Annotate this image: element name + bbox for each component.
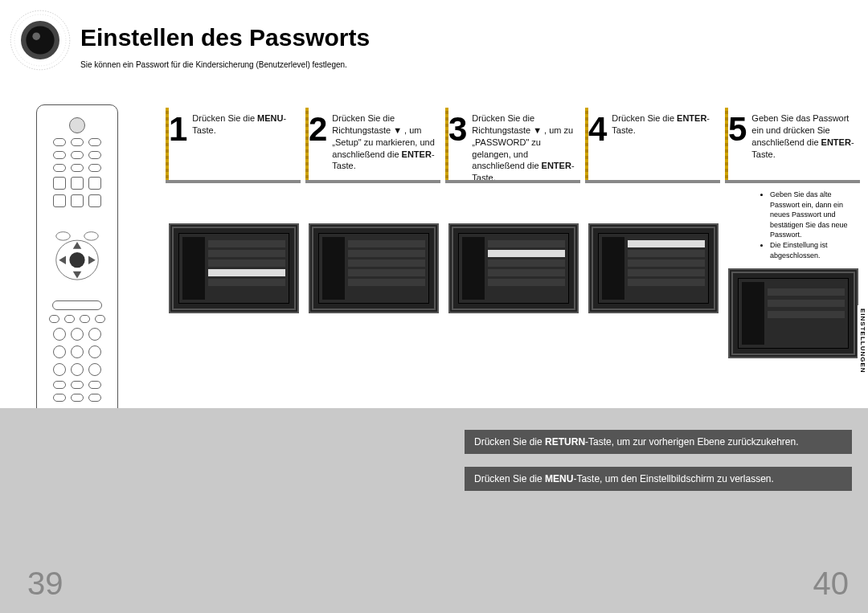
page-subtitle: Sie können ein Passwort für die Kindersi… [80, 60, 347, 69]
screenshot-thumb [169, 223, 299, 313]
step-notes: Geben Sie das alte Passwort ein, dann ei… [728, 190, 860, 260]
tip-menu: Drücken Sie die MENU-Taste, um den Einst… [465, 467, 852, 491]
steps-row: 1 Drücken Sie die MENU-Taste. 2 Drücken … [169, 112, 860, 358]
step-number: 3 [448, 112, 467, 146]
step-text: Drücken Sie die Richtungstaste ▼ , um zu… [472, 112, 580, 184]
note-item: Geben Sie das alte Passwort ein, dann ei… [770, 190, 860, 240]
step-text: Drücken Sie die MENU-Taste. [192, 112, 301, 137]
svg-point-11 [56, 232, 71, 241]
svg-marker-9 [59, 255, 66, 264]
screenshot-thumb [588, 223, 719, 313]
page-number-left: 39 [27, 566, 63, 602]
step-3: 3 Drücken Sie die Richtungstaste ▼ , um … [448, 112, 580, 358]
svg-marker-8 [73, 272, 82, 279]
page-title: Einstellen des Passworts [80, 24, 370, 51]
screenshot-thumb [309, 223, 439, 313]
step-4: 4 Drücken Sie die ENTER-Taste. [588, 112, 720, 358]
step-number: 1 [169, 112, 187, 146]
note-item: Die Einstellung ist abgeschlossen. [770, 240, 860, 260]
screenshot-thumb [728, 268, 858, 358]
step-5: 5 Geben Sie das Passwort ein und drücken… [728, 112, 860, 358]
page-number-right: 40 [813, 566, 850, 602]
speaker-icon [8, 8, 72, 72]
svg-point-3 [26, 26, 54, 54]
section-tab: EINSTELLUNGEN [858, 305, 868, 377]
step-1: 1 Drücken Sie die MENU-Taste. [169, 112, 301, 358]
screenshot-thumb [448, 223, 579, 313]
step-text: Drücken Sie die Richtungstaste ▼ , um „S… [332, 112, 440, 172]
svg-point-4 [32, 32, 40, 40]
svg-marker-7 [73, 242, 82, 249]
step-number: 4 [588, 112, 607, 146]
tip-return: Drücken Sie die RETURN-Taste, um zur vor… [465, 430, 852, 454]
svg-marker-10 [88, 255, 96, 264]
svg-point-12 [84, 232, 99, 241]
manual-page: Einstellen des Passworts Sie können ein … [0, 0, 868, 613]
step-number: 5 [728, 112, 747, 146]
step-number: 2 [309, 112, 327, 146]
svg-point-6 [69, 252, 84, 268]
step-2: 2 Drücken Sie die Richtungstaste ▼ , um … [309, 112, 440, 358]
step-text: Geben Sie das Passwort ein und drücken S… [751, 112, 860, 160]
tips: Drücken Sie die RETURN-Taste, um zur vor… [465, 430, 852, 504]
step-text: Drücken Sie die ENTER-Taste. [612, 112, 720, 137]
